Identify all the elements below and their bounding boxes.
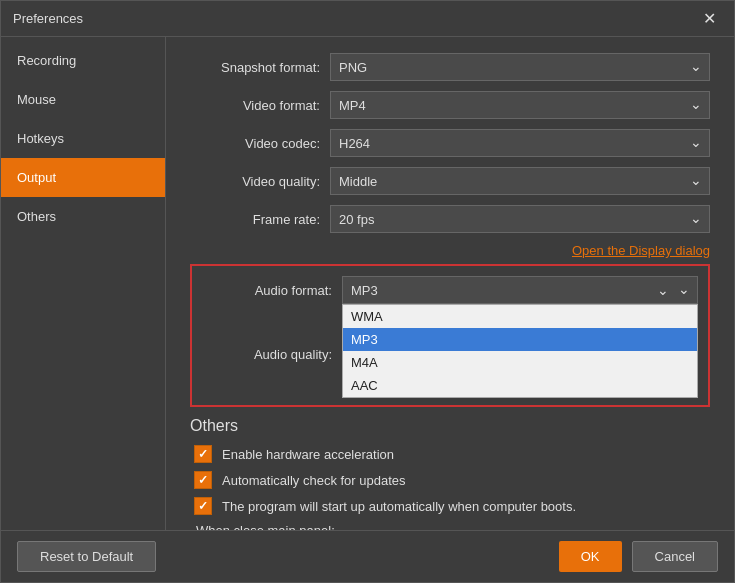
- footer-right: OK Cancel: [559, 541, 718, 572]
- video-format-row: Video format: MP4: [190, 91, 710, 119]
- main-content: Recording Mouse Hotkeys Output Others Sn…: [1, 37, 734, 530]
- display-dialog-link-row: Open the Display dialog: [190, 243, 710, 258]
- video-codec-row: Video codec: H264: [190, 129, 710, 157]
- cancel-button[interactable]: Cancel: [632, 541, 718, 572]
- close-button[interactable]: ✕: [697, 7, 722, 30]
- when-close-label: When close main panel:: [196, 523, 335, 530]
- audio-format-label: Audio format:: [202, 283, 332, 298]
- video-quality-label: Video quality:: [190, 174, 320, 189]
- checkbox-hardware-label: Enable hardware acceleration: [222, 447, 394, 462]
- video-quality-row: Video quality: Middle: [190, 167, 710, 195]
- video-quality-select[interactable]: Middle: [330, 167, 710, 195]
- audio-option-aac[interactable]: AAC: [343, 374, 697, 397]
- checkbox-hardware-row: ✓ Enable hardware acceleration: [190, 445, 710, 463]
- audio-format-arrow-icon: ⌄: [657, 282, 669, 298]
- video-codec-select[interactable]: H264: [330, 129, 710, 157]
- audio-quality-label: Audio quality:: [202, 347, 332, 362]
- frame-rate-label: Frame rate:: [190, 212, 320, 227]
- checkbox-updates-row: ✓ Automatically check for updates: [190, 471, 710, 489]
- audio-format-row: Audio format: MP3 ⌄ WMA MP3 M4A AAC: [202, 276, 698, 304]
- others-title: Others: [190, 417, 710, 435]
- audio-option-m4a[interactable]: M4A: [343, 351, 697, 374]
- ok-button[interactable]: OK: [559, 541, 622, 572]
- audio-option-wma[interactable]: WMA: [343, 305, 697, 328]
- audio-format-dropdown-container: MP3 ⌄ WMA MP3 M4A AAC: [342, 276, 698, 304]
- audio-format-dropdown[interactable]: MP3 ⌄: [342, 276, 698, 304]
- video-format-label: Video format:: [190, 98, 320, 113]
- snapshot-format-row: Snapshot format: PNG: [190, 53, 710, 81]
- checkbox-autostart[interactable]: ✓: [194, 497, 212, 515]
- sidebar-item-recording[interactable]: Recording: [1, 41, 165, 80]
- title-bar: Preferences ✕: [1, 1, 734, 37]
- sidebar-item-output[interactable]: Output: [1, 158, 165, 197]
- checkmark-hardware-icon: ✓: [198, 447, 208, 461]
- video-format-select[interactable]: MP4: [330, 91, 710, 119]
- checkbox-updates[interactable]: ✓: [194, 471, 212, 489]
- sidebar-item-mouse[interactable]: Mouse: [1, 80, 165, 119]
- video-codec-select-wrapper: H264: [330, 129, 710, 157]
- footer: Reset to Default OK Cancel: [1, 530, 734, 582]
- audio-option-mp3[interactable]: MP3: [343, 328, 697, 351]
- audio-format-selected: MP3: [351, 283, 378, 298]
- audio-section: Audio format: MP3 ⌄ WMA MP3 M4A AAC: [190, 264, 710, 407]
- checkbox-autostart-row: ✓ The program will start up automaticall…: [190, 497, 710, 515]
- frame-rate-select[interactable]: 20 fps: [330, 205, 710, 233]
- snapshot-format-select[interactable]: PNG: [330, 53, 710, 81]
- open-display-dialog-link[interactable]: Open the Display dialog: [572, 243, 710, 258]
- video-quality-select-wrapper: Middle: [330, 167, 710, 195]
- sidebar-item-hotkeys[interactable]: Hotkeys: [1, 119, 165, 158]
- snapshot-format-select-wrapper: PNG: [330, 53, 710, 81]
- checkbox-autostart-label: The program will start up automatically …: [222, 499, 576, 514]
- frame-rate-row: Frame rate: 20 fps: [190, 205, 710, 233]
- when-close-row: When close main panel:: [190, 523, 710, 530]
- others-section: Others ✓ Enable hardware acceleration ✓ …: [190, 417, 710, 530]
- preferences-dialog: Preferences ✕ Recording Mouse Hotkeys Ou…: [0, 0, 735, 583]
- dialog-title: Preferences: [13, 11, 83, 26]
- snapshot-format-label: Snapshot format:: [190, 60, 320, 75]
- reset-to-default-button[interactable]: Reset to Default: [17, 541, 156, 572]
- frame-rate-select-wrapper: 20 fps: [330, 205, 710, 233]
- video-format-select-wrapper: MP4: [330, 91, 710, 119]
- checkbox-hardware[interactable]: ✓: [194, 445, 212, 463]
- checkmark-autostart-icon: ✓: [198, 499, 208, 513]
- audio-format-dropdown-list: WMA MP3 M4A AAC: [342, 304, 698, 398]
- checkmark-updates-icon: ✓: [198, 473, 208, 487]
- video-codec-label: Video codec:: [190, 136, 320, 151]
- sidebar-item-others[interactable]: Others: [1, 197, 165, 236]
- sidebar: Recording Mouse Hotkeys Output Others: [1, 37, 166, 530]
- content-area: Snapshot format: PNG Video format: MP4: [166, 37, 734, 530]
- checkbox-updates-label: Automatically check for updates: [222, 473, 406, 488]
